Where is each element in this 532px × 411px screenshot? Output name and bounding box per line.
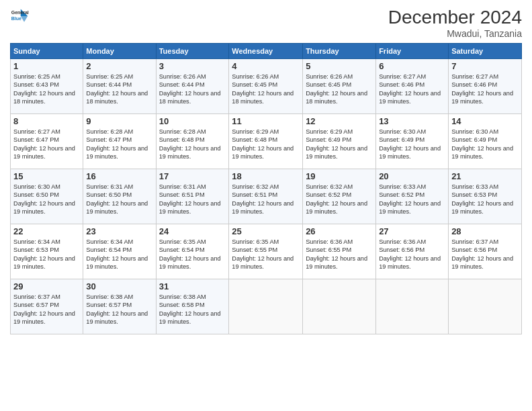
- day-detail: Sunrise: 6:31 AMSunset: 6:50 PMDaylight:…: [86, 183, 148, 215]
- day-detail: Sunrise: 6:38 AMSunset: 6:57 PMDaylight:…: [86, 293, 148, 325]
- calendar-week-5: 29Sunrise: 6:37 AMSunset: 6:57 PMDayligh…: [11, 279, 522, 334]
- calendar-cell: 30Sunrise: 6:38 AMSunset: 6:57 PMDayligh…: [83, 279, 156, 334]
- calendar-cell: 8Sunrise: 6:27 AMSunset: 6:47 PMDaylight…: [11, 114, 83, 169]
- calendar-cell: 27Sunrise: 6:36 AMSunset: 6:56 PMDayligh…: [376, 224, 449, 279]
- day-detail: Sunrise: 6:32 AMSunset: 6:52 PMDaylight:…: [306, 183, 367, 215]
- day-number: 6: [379, 61, 445, 71]
- calendar-cell: 7Sunrise: 6:27 AMSunset: 6:46 PMDaylight…: [449, 59, 522, 114]
- col-tuesday: Tuesday: [156, 44, 229, 59]
- day-number: 31: [159, 281, 226, 291]
- day-number: 23: [86, 226, 152, 236]
- calendar-cell: 14Sunrise: 6:30 AMSunset: 6:49 PMDayligh…: [449, 114, 522, 169]
- calendar-subtitle: Mwadui, Tanzania: [388, 28, 522, 39]
- col-saturday: Saturday: [449, 44, 522, 59]
- day-number: 24: [159, 226, 226, 236]
- day-detail: Sunrise: 6:32 AMSunset: 6:51 PMDaylight:…: [232, 183, 294, 215]
- calendar-title: December 2024: [388, 7, 522, 28]
- calendar-cell: 4Sunrise: 6:26 AMSunset: 6:45 PMDaylight…: [229, 59, 303, 114]
- calendar-cell: [449, 279, 522, 334]
- day-detail: Sunrise: 6:28 AMSunset: 6:47 PMDaylight:…: [86, 128, 148, 160]
- calendar-cell: 11Sunrise: 6:29 AMSunset: 6:48 PMDayligh…: [229, 114, 303, 169]
- day-number: 12: [306, 116, 373, 126]
- calendar-cell: 19Sunrise: 6:32 AMSunset: 6:52 PMDayligh…: [303, 169, 376, 224]
- calendar-cell: [376, 279, 449, 334]
- day-number: 10: [159, 116, 226, 126]
- calendar-cell: 17Sunrise: 6:31 AMSunset: 6:51 PMDayligh…: [156, 169, 229, 224]
- calendar-cell: 31Sunrise: 6:38 AMSunset: 6:58 PMDayligh…: [156, 279, 229, 334]
- col-wednesday: Wednesday: [229, 44, 303, 59]
- day-detail: Sunrise: 6:28 AMSunset: 6:48 PMDaylight:…: [159, 128, 221, 160]
- day-detail: Sunrise: 6:35 AMSunset: 6:54 PMDaylight:…: [159, 238, 221, 270]
- calendar-week-3: 15Sunrise: 6:30 AMSunset: 6:50 PMDayligh…: [11, 169, 522, 224]
- calendar-cell: [229, 279, 303, 334]
- calendar-week-1: 1Sunrise: 6:25 AMSunset: 6:43 PMDaylight…: [11, 59, 522, 114]
- day-detail: Sunrise: 6:38 AMSunset: 6:58 PMDaylight:…: [159, 293, 221, 325]
- day-detail: Sunrise: 6:27 AMSunset: 6:46 PMDaylight:…: [379, 73, 441, 105]
- calendar-cell: 20Sunrise: 6:33 AMSunset: 6:52 PMDayligh…: [376, 169, 449, 224]
- day-number: 1: [13, 61, 80, 71]
- title-block: December 2024 Mwadui, Tanzania: [388, 7, 522, 39]
- day-number: 17: [159, 171, 226, 181]
- calendar-cell: 15Sunrise: 6:30 AMSunset: 6:50 PMDayligh…: [11, 169, 83, 224]
- day-number: 3: [159, 61, 226, 71]
- col-thursday: Thursday: [303, 44, 376, 59]
- day-detail: Sunrise: 6:30 AMSunset: 6:50 PMDaylight:…: [13, 183, 75, 215]
- day-detail: Sunrise: 6:26 AMSunset: 6:44 PMDaylight:…: [159, 73, 221, 105]
- day-detail: Sunrise: 6:36 AMSunset: 6:55 PMDaylight:…: [306, 238, 367, 270]
- day-number: 7: [451, 61, 519, 71]
- svg-text:General: General: [11, 10, 29, 15]
- day-number: 28: [451, 226, 519, 236]
- day-number: 2: [86, 61, 152, 71]
- day-detail: Sunrise: 6:31 AMSunset: 6:51 PMDaylight:…: [159, 183, 221, 215]
- logo-icon: General Blue: [10, 7, 29, 26]
- day-number: 22: [13, 226, 80, 236]
- day-number: 4: [232, 61, 300, 71]
- calendar-cell: 1Sunrise: 6:25 AMSunset: 6:43 PMDaylight…: [11, 59, 83, 114]
- day-detail: Sunrise: 6:34 AMSunset: 6:54 PMDaylight:…: [86, 238, 148, 270]
- calendar-cell: 23Sunrise: 6:34 AMSunset: 6:54 PMDayligh…: [83, 224, 156, 279]
- day-detail: Sunrise: 6:30 AMSunset: 6:49 PMDaylight:…: [379, 128, 441, 160]
- calendar-page: General Blue December 2024 Mwadui, Tanza…: [0, 0, 532, 411]
- day-number: 29: [13, 281, 80, 291]
- day-detail: Sunrise: 6:30 AMSunset: 6:49 PMDaylight:…: [451, 128, 513, 160]
- calendar-cell: 21Sunrise: 6:33 AMSunset: 6:53 PMDayligh…: [449, 169, 522, 224]
- calendar-cell: 25Sunrise: 6:35 AMSunset: 6:55 PMDayligh…: [229, 224, 303, 279]
- calendar-cell: 12Sunrise: 6:29 AMSunset: 6:49 PMDayligh…: [303, 114, 376, 169]
- day-number: 11: [232, 116, 300, 126]
- calendar-cell: 28Sunrise: 6:37 AMSunset: 6:56 PMDayligh…: [449, 224, 522, 279]
- day-number: 14: [451, 116, 519, 126]
- day-detail: Sunrise: 6:37 AMSunset: 6:57 PMDaylight:…: [13, 293, 75, 325]
- day-number: 16: [86, 171, 152, 181]
- calendar-body: 1Sunrise: 6:25 AMSunset: 6:43 PMDaylight…: [11, 59, 522, 334]
- col-monday: Monday: [83, 44, 156, 59]
- day-detail: Sunrise: 6:33 AMSunset: 6:52 PMDaylight:…: [379, 183, 441, 215]
- calendar-cell: 18Sunrise: 6:32 AMSunset: 6:51 PMDayligh…: [229, 169, 303, 224]
- calendar-cell: 2Sunrise: 6:25 AMSunset: 6:44 PMDaylight…: [83, 59, 156, 114]
- day-number: 21: [451, 171, 519, 181]
- day-detail: Sunrise: 6:34 AMSunset: 6:53 PMDaylight:…: [13, 238, 75, 270]
- calendar-cell: 16Sunrise: 6:31 AMSunset: 6:50 PMDayligh…: [83, 169, 156, 224]
- day-detail: Sunrise: 6:29 AMSunset: 6:49 PMDaylight:…: [306, 128, 367, 160]
- calendar-cell: 10Sunrise: 6:28 AMSunset: 6:48 PMDayligh…: [156, 114, 229, 169]
- day-detail: Sunrise: 6:35 AMSunset: 6:55 PMDaylight:…: [232, 238, 294, 270]
- calendar-cell: 29Sunrise: 6:37 AMSunset: 6:57 PMDayligh…: [11, 279, 83, 334]
- day-number: 5: [306, 61, 373, 71]
- col-friday: Friday: [376, 44, 449, 59]
- calendar-table: Sunday Monday Tuesday Wednesday Thursday…: [10, 43, 522, 334]
- day-number: 19: [306, 171, 373, 181]
- day-detail: Sunrise: 6:27 AMSunset: 6:46 PMDaylight:…: [451, 73, 513, 105]
- day-detail: Sunrise: 6:29 AMSunset: 6:48 PMDaylight:…: [232, 128, 294, 160]
- day-number: 20: [379, 171, 445, 181]
- day-number: 9: [86, 116, 152, 126]
- day-number: 27: [379, 226, 445, 236]
- calendar-cell: 9Sunrise: 6:28 AMSunset: 6:47 PMDaylight…: [83, 114, 156, 169]
- calendar-cell: 24Sunrise: 6:35 AMSunset: 6:54 PMDayligh…: [156, 224, 229, 279]
- day-detail: Sunrise: 6:36 AMSunset: 6:56 PMDaylight:…: [379, 238, 441, 270]
- day-number: 13: [379, 116, 445, 126]
- day-number: 8: [13, 116, 80, 126]
- day-detail: Sunrise: 6:33 AMSunset: 6:53 PMDaylight:…: [451, 183, 513, 215]
- col-sunday: Sunday: [11, 44, 83, 59]
- day-number: 15: [13, 171, 80, 181]
- day-number: 18: [232, 171, 300, 181]
- day-detail: Sunrise: 6:37 AMSunset: 6:56 PMDaylight:…: [451, 238, 513, 270]
